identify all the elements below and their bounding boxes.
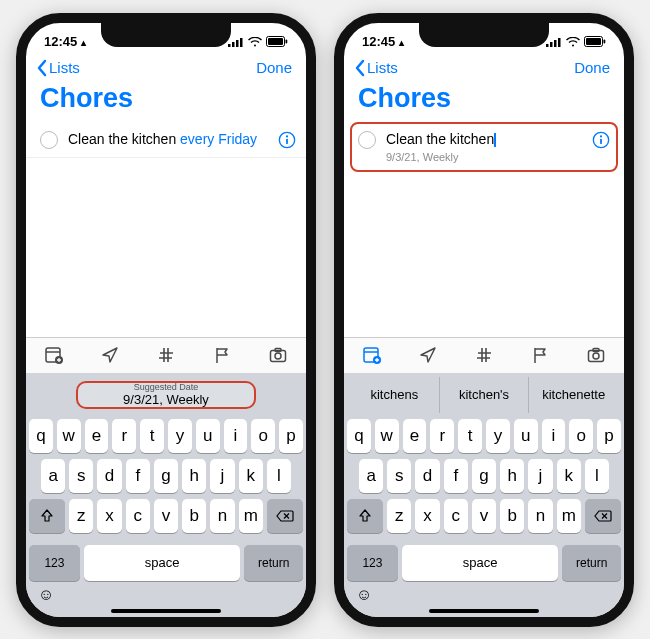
key-a[interactable]: a	[41, 459, 65, 493]
key-g[interactable]: g	[472, 459, 496, 493]
flag-icon[interactable]	[212, 345, 232, 365]
key-h[interactable]: h	[182, 459, 206, 493]
key-u[interactable]: u	[514, 419, 538, 453]
reminder-row[interactable]: Clean the kitchen every Friday	[26, 122, 306, 158]
key-c[interactable]: c	[126, 499, 150, 533]
key-b[interactable]: b	[500, 499, 524, 533]
key-q[interactable]: q	[29, 419, 53, 453]
emoji-key[interactable]: ☺	[356, 586, 372, 604]
key-j[interactable]: j	[210, 459, 234, 493]
done-button[interactable]: Done	[256, 59, 292, 76]
location-icon[interactable]	[418, 345, 438, 365]
key-o[interactable]: o	[569, 419, 593, 453]
key-v[interactable]: v	[154, 499, 178, 533]
key-w[interactable]: w	[57, 419, 81, 453]
phone-left: 12:45 ▴ Lists Done Chores Clean the kitc…	[16, 13, 316, 627]
suggestion[interactable]: kitchen's	[439, 377, 529, 413]
backspace-key[interactable]	[267, 499, 303, 533]
space-key[interactable]: space	[84, 545, 240, 581]
flag-icon[interactable]	[530, 345, 550, 365]
key-d[interactable]: d	[415, 459, 439, 493]
tag-icon[interactable]	[474, 345, 494, 365]
key-r[interactable]: r	[112, 419, 136, 453]
key-j[interactable]: j	[528, 459, 552, 493]
back-button[interactable]: Lists	[354, 59, 398, 77]
home-indicator[interactable]	[111, 609, 221, 613]
key-b[interactable]: b	[182, 499, 206, 533]
home-indicator[interactable]	[429, 609, 539, 613]
numeric-key[interactable]: 123	[347, 545, 398, 581]
key-x[interactable]: x	[97, 499, 121, 533]
key-u[interactable]: u	[196, 419, 220, 453]
key-a[interactable]: a	[359, 459, 383, 493]
key-v[interactable]: v	[472, 499, 496, 533]
tag-icon[interactable]	[156, 345, 176, 365]
keyboard-toolbar	[26, 337, 306, 373]
return-key[interactable]: return	[244, 545, 303, 581]
key-n[interactable]: n	[210, 499, 234, 533]
key-q[interactable]: q	[347, 419, 371, 453]
key-f[interactable]: f	[126, 459, 150, 493]
key-c[interactable]: c	[444, 499, 468, 533]
key-p[interactable]: p	[279, 419, 303, 453]
key-s[interactable]: s	[69, 459, 93, 493]
key-m[interactable]: m	[239, 499, 263, 533]
key-r[interactable]: r	[430, 419, 454, 453]
key-i[interactable]: i	[542, 419, 566, 453]
key-t[interactable]: t	[140, 419, 164, 453]
key-m[interactable]: m	[557, 499, 581, 533]
shift-icon	[358, 509, 372, 523]
shift-key[interactable]	[347, 499, 383, 533]
status-icons	[228, 36, 288, 47]
key-d[interactable]: d	[97, 459, 121, 493]
space-key[interactable]: space	[402, 545, 558, 581]
suggested-date[interactable]: Suggested Date 9/3/21, Weekly	[76, 381, 256, 409]
calendar-add-icon[interactable]	[362, 345, 382, 365]
backspace-key[interactable]	[585, 499, 621, 533]
key-p[interactable]: p	[597, 419, 621, 453]
shift-key[interactable]	[29, 499, 65, 533]
key-x[interactable]: x	[415, 499, 439, 533]
key-l[interactable]: l	[585, 459, 609, 493]
back-button[interactable]: Lists	[36, 59, 80, 77]
key-n[interactable]: n	[528, 499, 552, 533]
key-k[interactable]: k	[557, 459, 581, 493]
key-y[interactable]: y	[168, 419, 192, 453]
key-e[interactable]: e	[85, 419, 109, 453]
key-z[interactable]: z	[69, 499, 93, 533]
reminder-text[interactable]: Clean the kitchen 9/3/21, Weekly	[386, 130, 582, 164]
return-key[interactable]: return	[562, 545, 621, 581]
reminder-checkbox[interactable]	[358, 131, 376, 149]
location-icon[interactable]	[100, 345, 120, 365]
key-z[interactable]: z	[387, 499, 411, 533]
key-i[interactable]: i	[224, 419, 248, 453]
key-t[interactable]: t	[458, 419, 482, 453]
reminder-text[interactable]: Clean the kitchen every Friday	[68, 130, 268, 148]
key-k[interactable]: k	[239, 459, 263, 493]
suggestion[interactable]: kitchens	[350, 377, 439, 413]
reminder-checkbox[interactable]	[40, 131, 58, 149]
key-l[interactable]: l	[267, 459, 291, 493]
calendar-add-icon[interactable]	[44, 345, 64, 365]
suggestion-bar: Suggested Date 9/3/21, Weekly	[26, 373, 306, 417]
camera-icon[interactable]	[586, 345, 606, 365]
key-h[interactable]: h	[500, 459, 524, 493]
content: Clean the kitchen 9/3/21, Weekly	[344, 122, 624, 337]
done-button[interactable]: Done	[574, 59, 610, 76]
key-o[interactable]: o	[251, 419, 275, 453]
key-e[interactable]: e	[403, 419, 427, 453]
key-y[interactable]: y	[486, 419, 510, 453]
chevron-left-icon	[354, 59, 365, 77]
key-w[interactable]: w	[375, 419, 399, 453]
numeric-key[interactable]: 123	[29, 545, 80, 581]
key-g[interactable]: g	[154, 459, 178, 493]
info-icon[interactable]	[592, 131, 610, 149]
backspace-icon	[276, 510, 294, 522]
key-f[interactable]: f	[444, 459, 468, 493]
suggestion[interactable]: kitchenette	[528, 377, 618, 413]
key-s[interactable]: s	[387, 459, 411, 493]
info-icon[interactable]	[278, 131, 296, 149]
emoji-key[interactable]: ☺	[38, 586, 54, 604]
reminder-row[interactable]: Clean the kitchen 9/3/21, Weekly	[350, 122, 618, 172]
camera-icon[interactable]	[268, 345, 288, 365]
